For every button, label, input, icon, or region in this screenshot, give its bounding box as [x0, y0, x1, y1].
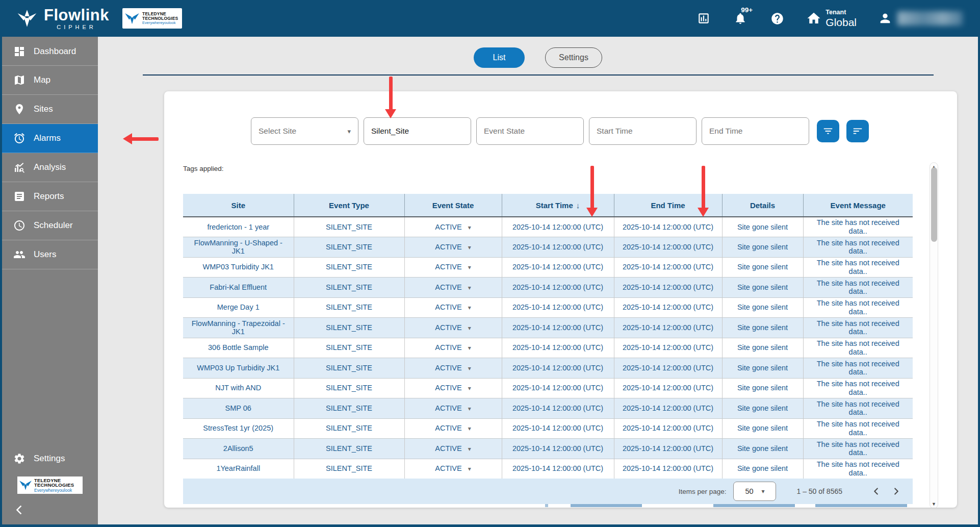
vertical-scrollbar[interactable]: ▲ ▼: [930, 162, 938, 508]
details-cell: Site gone silent: [722, 278, 803, 298]
sidebar-item-alarms[interactable]: Alarms: [2, 124, 98, 153]
next-page-button[interactable]: [886, 481, 907, 501]
clock-icon: [13, 219, 25, 232]
event-type-cell: SILENT_SITE: [294, 217, 404, 237]
event-state-cell[interactable]: ACTIVE▾: [404, 459, 502, 479]
col-header-details[interactable]: Details: [722, 194, 803, 217]
sidebar-item-dashboard[interactable]: Dashboard: [2, 37, 98, 66]
event-state-cell[interactable]: ACTIVE▾: [404, 217, 502, 237]
start-time-cell: 2025-10-14 12:00:00 (UTC): [502, 459, 614, 479]
teledyne-arrow-icon: [124, 11, 140, 26]
end-time-cell: 2025-10-14 12:00:00 (UTC): [614, 338, 722, 358]
tenant-name: Global: [826, 17, 857, 28]
event-state-cell[interactable]: ACTIVE▾: [404, 418, 502, 439]
table-row: StressTest 1yr (2025)SILENT_SITEACTIVE▾2…: [183, 418, 913, 439]
chevron-down-icon: ▾: [468, 244, 471, 251]
sidebar-item-label: Analysis: [34, 162, 66, 172]
event-type-cell: SILENT_SITE: [294, 297, 404, 318]
filter-button[interactable]: [817, 120, 839, 142]
table-row: Fabri-Kal EffluentSILENT_SITEACTIVE▾2025…: [183, 278, 913, 298]
event-state-input[interactable]: [484, 127, 576, 136]
event-state-cell[interactable]: ACTIVE▾: [404, 439, 502, 459]
sort-button[interactable]: [846, 120, 869, 142]
chevron-down-icon: ▾: [468, 365, 471, 372]
sidebar-item-sites[interactable]: Sites: [2, 95, 98, 124]
site-cell: StressTest 1yr (2025): [183, 418, 294, 439]
annotation-arrow-site-filter: [385, 77, 396, 118]
site-cell: FlowManning - Trapezoidal - JK1: [183, 318, 294, 338]
reports-chart-icon[interactable]: [696, 11, 711, 26]
sidebar-collapse-chevron-icon[interactable]: [14, 505, 24, 515]
sidebar-item-analysis[interactable]: Analysis: [2, 153, 98, 182]
sidebar-item-map[interactable]: Map: [2, 66, 98, 95]
site-filter-input[interactable]: [371, 127, 463, 136]
items-per-page-select[interactable]: 50 ▾: [733, 482, 776, 501]
sidebar-item-scheduler[interactable]: Scheduler: [2, 211, 98, 240]
end-time-field[interactable]: [702, 117, 809, 145]
user-menu[interactable]: [878, 11, 963, 26]
start-time-cell: 2025-10-14 12:00:00 (UTC): [502, 378, 614, 398]
sidebar-item-reports[interactable]: Reports: [2, 182, 98, 211]
start-time-cell: 2025-10-14 12:00:00 (UTC): [502, 439, 614, 459]
notifications-bell-icon[interactable]: 99+: [733, 11, 748, 26]
event-type-cell: SILENT_SITE: [294, 418, 404, 439]
event-state-field[interactable]: [476, 117, 584, 145]
site-filter-field[interactable]: [364, 117, 471, 145]
teledyne-footer-logo: TELEDYNE TECHNOLOGIES Everywhereyoulook: [17, 476, 83, 494]
scroll-down-arrow-icon[interactable]: ▼: [930, 500, 938, 508]
settings-tab-button[interactable]: Settings: [545, 47, 602, 68]
site-cell: FlowManning - U-Shaped - JK1: [183, 237, 294, 258]
event-state-value: ACTIVE: [435, 384, 461, 392]
col-header-label: Start Time: [536, 201, 573, 210]
event-state-cell[interactable]: ACTIVE▾: [404, 358, 502, 379]
site-cell: Merge Day 1: [183, 297, 294, 318]
end-time-cell: 2025-10-14 12:00:00 (UTC): [614, 358, 722, 379]
event-state-cell[interactable]: ACTIVE▾: [404, 278, 502, 298]
event-state-cell[interactable]: ACTIVE▾: [404, 378, 502, 398]
col-header-event-state[interactable]: Event State: [404, 194, 502, 217]
sidebar-item-settings[interactable]: Settings: [2, 444, 98, 473]
chevron-right-icon: [891, 486, 902, 497]
end-time-input[interactable]: [709, 127, 802, 136]
col-header-site[interactable]: Site: [183, 194, 294, 217]
col-header-event-message[interactable]: Event Message: [803, 194, 913, 217]
event-state-cell[interactable]: ACTIVE▾: [404, 257, 502, 278]
table-row: fredericton - 1 yearSILENT_SITEACTIVE▾20…: [183, 217, 913, 237]
sidebar-item-label: Sites: [34, 104, 53, 114]
event-state-cell[interactable]: ACTIVE▾: [404, 297, 502, 318]
details-cell: Site gone silent: [722, 358, 803, 379]
sidebar-item-users[interactable]: Users: [2, 240, 98, 269]
event-type-cell: SILENT_SITE: [294, 237, 404, 258]
view-toggle: List Settings: [98, 47, 978, 68]
teledyne-arrow-icon: [19, 479, 32, 492]
event-state-cell[interactable]: ACTIVE▾: [404, 398, 502, 419]
items-per-page-value: 50: [745, 487, 753, 495]
help-icon[interactable]: [769, 11, 785, 26]
event-state-cell[interactable]: ACTIVE▾: [404, 338, 502, 358]
event-state-cell[interactable]: ACTIVE▾: [404, 318, 502, 338]
start-time-field[interactable]: [589, 117, 697, 145]
col-header-event-type[interactable]: Event Type: [294, 194, 404, 217]
event-message-cell: The site has not received data..: [803, 318, 913, 338]
event-message-cell: The site has not received data..: [803, 398, 913, 419]
event-message-cell: The site has not received data..: [803, 297, 913, 318]
list-tab-button[interactable]: List: [474, 47, 525, 68]
event-state-cell[interactable]: ACTIVE▾: [404, 237, 502, 258]
scrollbar-thumb[interactable]: [931, 167, 937, 242]
details-cell: Site gone silent: [722, 398, 803, 419]
end-time-cell: 2025-10-14 12:00:00 (UTC): [614, 398, 722, 419]
tenant-selector[interactable]: Tenant Global: [806, 9, 857, 28]
site-cell: WMP03 Up Turbidity JK1: [183, 358, 294, 379]
clipped-next-row: [183, 504, 913, 507]
start-time-cell: 2025-10-14 12:00:00 (UTC): [502, 418, 614, 439]
sidebar-item-label: Alarms: [34, 133, 61, 143]
previous-page-button[interactable]: [866, 481, 886, 501]
sort-lines-icon: [852, 126, 863, 137]
chevron-down-icon: ▾: [468, 405, 471, 412]
start-time-input[interactable]: [597, 127, 689, 136]
event-message-cell: The site has not received data..: [803, 378, 913, 398]
start-time-cell: 2025-10-14 12:00:00 (UTC): [502, 358, 614, 379]
table-row: WMP03 Up Turbidity JK1SILENT_SITEACTIVE▾…: [183, 358, 913, 379]
select-site-dropdown[interactable]: Select Site ▾: [251, 117, 358, 145]
sidebar-item-label: Map: [34, 75, 50, 85]
